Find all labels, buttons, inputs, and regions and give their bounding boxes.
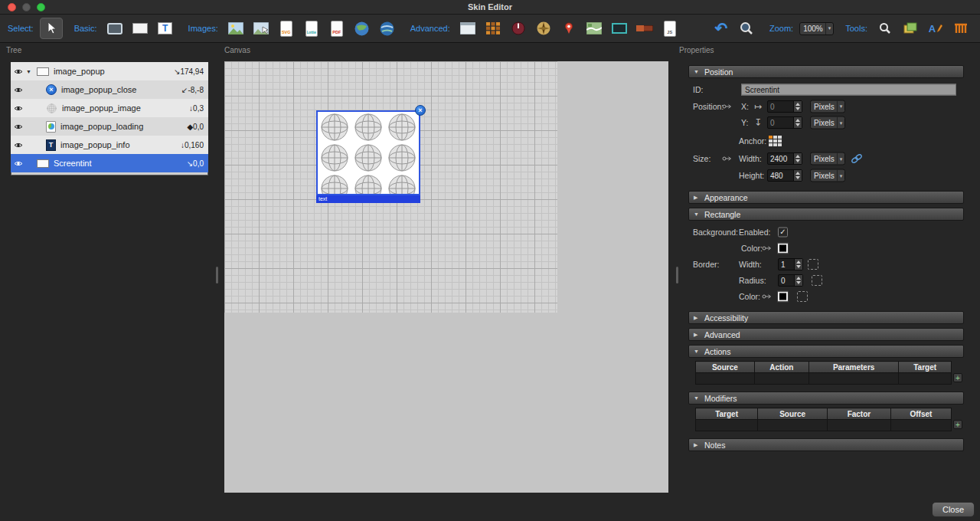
column-header[interactable]: Factor [827, 408, 890, 420]
panorama-globe-tool-button[interactable] [351, 18, 374, 39]
map-tool-button[interactable] [583, 18, 606, 39]
column-header[interactable]: Offset [890, 408, 951, 420]
visibility-eye-icon[interactable] [14, 68, 26, 75]
visibility-eye-icon[interactable] [14, 87, 26, 93]
canvas[interactable]: text × [224, 61, 668, 493]
section-header-notes[interactable]: ▶ Notes [688, 438, 964, 451]
tree-canvas-splitter[interactable] [215, 58, 219, 493]
spinner-arrows[interactable] [793, 101, 802, 112]
section-header-rectangle[interactable]: ▼ Rectangle [688, 208, 964, 221]
element-close-button[interactable]: × [415, 105, 426, 116]
tree-row-image-popup-info[interactable]: T image_popup_info ↓0,160 [11, 136, 208, 154]
width-units-select[interactable]: Pixels ▾ [810, 152, 845, 165]
disclosure-triangle-icon[interactable]: ▼ [26, 69, 37, 74]
border-color-per-side-button[interactable] [797, 291, 808, 302]
id-field[interactable]: Screentint [741, 84, 956, 96]
container-tool-button[interactable] [103, 18, 126, 39]
compass-tool-button[interactable] [532, 18, 555, 39]
table-row[interactable] [696, 373, 952, 385]
section-header-appearance[interactable]: ▶ Appearance [688, 191, 964, 204]
iframe-tool-button[interactable] [456, 18, 479, 39]
spinner-arrows[interactable] [794, 259, 802, 270]
selected-element[interactable]: text × [316, 110, 420, 203]
visibility-eye-icon[interactable] [14, 142, 26, 149]
border-radius-per-corner-button[interactable] [812, 275, 822, 286]
section-header-advanced[interactable]: ▶ Advanced [688, 328, 964, 341]
tree-row-image-popup-loading[interactable]: image_popup_loading ◆0,0 [11, 117, 208, 136]
modifier-link-icon[interactable] [722, 103, 733, 110]
column-header[interactable]: Target [696, 408, 758, 420]
modifier-link-icon[interactable] [762, 293, 773, 300]
text-edit-tool-button[interactable]: A [924, 18, 947, 39]
rectangle-tool-button[interactable] [129, 18, 152, 39]
external-image-tool-button[interactable] [250, 18, 273, 39]
section-header-position[interactable]: ▼ Position [688, 65, 964, 78]
svg-tool-button[interactable]: SVG [275, 18, 298, 39]
progress-bar-tool-button[interactable] [633, 18, 656, 39]
tree-row-image-popup[interactable]: ▼ image_popup ↘174,94 [11, 62, 208, 80]
modifier-link-icon[interactable] [762, 244, 773, 252]
column-header[interactable]: Target [899, 362, 952, 373]
background-enabled-checkbox[interactable]: ✓ [778, 227, 788, 237]
table-row[interactable] [696, 420, 952, 431]
width-input[interactable]: 2400 [767, 152, 802, 165]
column-header[interactable]: Action [754, 362, 808, 373]
tree-row-image-popup-close[interactable]: × image_popup_close ↙-8,-8 [11, 80, 208, 99]
canvas-grid[interactable]: text × [224, 61, 557, 313]
visibility-eye-icon[interactable] [14, 160, 26, 167]
select-tool-button[interactable] [40, 18, 63, 39]
close-window-button[interactable] [8, 3, 16, 11]
background-color-swatch[interactable] [778, 243, 788, 253]
minimize-window-button[interactable] [22, 3, 31, 11]
canvas-properties-splitter[interactable] [675, 58, 679, 493]
spinner-arrows[interactable] [793, 170, 802, 181]
column-header[interactable]: Source [696, 362, 755, 373]
y-units-select[interactable]: Pixels ▾ [810, 116, 845, 129]
pattern-tool-button[interactable] [949, 18, 972, 39]
border-width-input[interactable]: 1 [778, 258, 803, 270]
add-modifier-button[interactable]: + [953, 420, 962, 429]
zoom-level-select[interactable]: 100% ▾ [799, 22, 834, 35]
height-units-select[interactable]: Pixels ▾ [810, 169, 845, 182]
lottie-tool-button[interactable]: Lottie [300, 18, 323, 39]
layers-tool-button[interactable] [899, 18, 922, 39]
tree-row-image-popup-image[interactable]: image_popup_image ↓0,3 [11, 99, 208, 117]
find-tool-button[interactable] [874, 18, 897, 39]
border-radius-input[interactable]: 0 [778, 274, 803, 287]
pdf-tool-button[interactable]: PDF [325, 18, 348, 39]
spinner-arrows[interactable] [793, 117, 802, 128]
tree-row-screentint[interactable]: Screentint ↘0,0 [11, 154, 208, 172]
link-width-height-icon[interactable] [851, 153, 863, 164]
element-label-bar[interactable]: text [316, 195, 420, 203]
javascript-tool-button[interactable]: JS [658, 18, 681, 39]
modifier-link-icon[interactable] [722, 155, 733, 162]
close-button[interactable]: Close [932, 502, 975, 517]
pin-tool-button[interactable] [557, 18, 580, 39]
section-header-modifiers[interactable]: ▼ Modifiers [688, 392, 964, 405]
section-header-actions[interactable]: ▼ Actions [688, 345, 964, 358]
y-input[interactable]: 0 [767, 116, 802, 129]
add-action-button[interactable]: + [953, 373, 962, 382]
anchor-selector[interactable] [769, 136, 782, 146]
tree-scrollbar[interactable] [11, 172, 208, 175]
zoom-window-button[interactable] [37, 3, 45, 11]
section-header-accessibility[interactable]: ▶ Accessibility [688, 311, 964, 324]
column-header[interactable]: Source [758, 408, 828, 420]
x-units-select[interactable]: Pixels ▾ [810, 100, 845, 113]
column-header[interactable]: Parameters [808, 362, 898, 373]
x-input[interactable]: 0 [767, 100, 802, 113]
visibility-eye-icon[interactable] [14, 105, 26, 112]
text-tool-button[interactable]: T [154, 18, 177, 39]
border-color-swatch[interactable] [778, 291, 788, 301]
zoom-reset-button[interactable] [735, 18, 758, 39]
undo-button[interactable]: ↶ [710, 18, 733, 39]
height-input[interactable]: 480 [767, 169, 802, 182]
sphere-tool-button[interactable] [376, 18, 399, 39]
spinner-arrows[interactable] [793, 153, 802, 164]
border-width-per-side-button[interactable] [808, 259, 818, 270]
video-player-tool-button[interactable] [608, 18, 631, 39]
image-tool-button[interactable] [224, 18, 247, 39]
visibility-eye-icon[interactable] [14, 123, 26, 130]
dial-tool-button[interactable] [507, 18, 530, 39]
spinner-arrows[interactable] [794, 275, 802, 286]
